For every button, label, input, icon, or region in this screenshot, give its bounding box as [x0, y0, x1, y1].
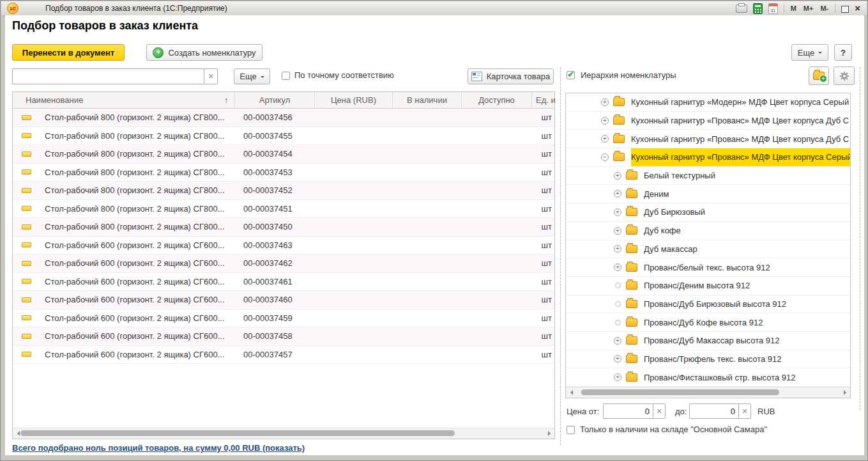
expand-icon[interactable]: +	[601, 135, 609, 143]
table-row[interactable]: Стол-рабочий 800 (горизонт. 2 ящика) СГ8…	[13, 127, 554, 146]
tree-item[interactable]: Прованс/Дуб Бирюзовый высота 912	[566, 295, 850, 314]
calendar-icon[interactable]: 31	[768, 3, 778, 14]
tree-item[interactable]: + Белый текстурный	[566, 167, 850, 185]
more-actions-button[interactable]: Еще	[791, 44, 828, 61]
tree-item-label[interactable]: Дуб Бирюзовый	[644, 203, 850, 221]
table-row[interactable]: Стол-рабочий 800 (горизонт. 2 ящика) СГ8…	[13, 182, 554, 200]
tree-item[interactable]: Прованс/Дуб Кофе высота 912	[566, 313, 850, 332]
price-to-input[interactable]	[689, 403, 738, 419]
only-in-stock-label[interactable]: Только в наличии на складе "Основной Сам…	[580, 425, 767, 434]
table-horizontal-scrollbar[interactable]	[13, 428, 554, 439]
create-group-button[interactable]	[809, 66, 829, 85]
close-window-button[interactable]: ×	[855, 4, 860, 13]
memory-plus-button[interactable]: М+	[803, 4, 814, 12]
search-input[interactable]	[12, 68, 204, 84]
calculator-icon[interactable]	[753, 3, 763, 14]
column-header-unit[interactable]: Ед. и	[531, 92, 556, 108]
tree-item-label[interactable]: Белый текстурный	[644, 167, 850, 185]
expand-icon[interactable]: +	[614, 337, 621, 345]
table-row[interactable]: Стол-рабочий 800 (горизонт. 2 ящика) СГ8…	[13, 164, 554, 182]
tree-item-label[interactable]: Прованс/Дуб Кофе высота 912	[644, 313, 850, 331]
expand-icon[interactable]	[615, 283, 621, 288]
hierarchy-label[interactable]: Иерархия номенклатуры	[581, 70, 676, 80]
scroll-right-arrow[interactable]	[544, 428, 554, 439]
expand-icon[interactable]: +	[614, 263, 621, 271]
expand-icon[interactable]: −	[601, 153, 609, 161]
scrollbar-thumb[interactable]	[20, 430, 455, 436]
right-splitter[interactable]	[860, 67, 860, 410]
tree-item-label[interactable]: Прованс/Трюфель текс. высота 912	[644, 350, 850, 368]
expand-icon[interactable]: +	[614, 172, 621, 180]
restore-window-button[interactable]	[841, 4, 849, 13]
table-row[interactable]: Стол-рабочий 800 (горизонт. 2 ящика) СГ8…	[13, 145, 554, 164]
table-row[interactable]: Стол-рабочий 600 (горизонт. 2 ящика) СГ6…	[13, 309, 554, 328]
exact-match-label[interactable]: По точному соответствию	[294, 70, 394, 80]
create-nomenclature-button[interactable]: Создать номенклатуру	[146, 44, 263, 61]
tree-item-label[interactable]: Кухонный гарнитур «Модерн» МДФ Цвет корп…	[631, 93, 850, 111]
clear-search-icon[interactable]: ✕	[204, 68, 218, 84]
clear-price-from-icon[interactable]: ✕	[653, 403, 666, 419]
memory-button[interactable]: М	[790, 4, 797, 12]
tree-item[interactable]: + Прованс/Трюфель текс. высота 912	[566, 350, 850, 369]
selection-summary-link[interactable]: Всего подобрано ноль позиций товаров, на…	[12, 443, 305, 453]
panel-splitter[interactable]	[560, 67, 561, 445]
tree-item-label[interactable]: Кухонный гарнитур «Прованс» МДФ Цвет кор…	[631, 112, 850, 130]
expand-icon[interactable]: +	[614, 208, 621, 216]
column-header-price[interactable]: Цена (RUB)	[314, 92, 392, 108]
help-button[interactable]: ?	[834, 44, 852, 61]
only-in-stock-checkbox[interactable]	[567, 426, 575, 434]
tree-item[interactable]: − Кухонный гарнитур «Прованс» МДФ Цвет к…	[566, 148, 850, 167]
expand-icon[interactable]	[615, 301, 621, 307]
exact-match-checkbox[interactable]	[282, 72, 290, 80]
column-header-in-stock[interactable]: В наличии	[392, 92, 461, 108]
expand-icon[interactable]	[615, 320, 621, 325]
expand-icon[interactable]: +	[614, 227, 621, 235]
expand-icon[interactable]: +	[614, 245, 621, 253]
expand-icon[interactable]: +	[614, 355, 621, 363]
table-row[interactable]: Стол-рабочий 600 (горизонт. 2 ящика) СГ6…	[13, 327, 554, 346]
table-row[interactable]: Стол-рабочий 600 (горизонт. 2 ящика) СГ6…	[13, 273, 554, 292]
tree-item-label[interactable]: Дуб макассар	[644, 240, 850, 258]
1c-logo-icon[interactable]: 1С	[7, 3, 19, 14]
scroll-right-arrow[interactable]	[840, 387, 850, 398]
tree-item-label[interactable]: Дуб кофе	[644, 222, 850, 240]
column-header-article[interactable]: Артикул	[234, 92, 314, 108]
column-header-name[interactable]: Наименование	[13, 92, 234, 108]
price-from-input[interactable]	[603, 403, 653, 419]
memory-minus-button[interactable]: М-	[819, 4, 829, 12]
product-card-button[interactable]: Карточка товара	[468, 68, 554, 84]
tree-item-label[interactable]: Прованс/Дуб Макассар высота 912	[644, 332, 850, 350]
scroll-left-arrow[interactable]	[566, 387, 576, 398]
tree-item[interactable]: + Кухонный гарнитур «Прованс» МДФ Цвет к…	[566, 112, 850, 130]
print-icon[interactable]	[736, 4, 747, 13]
tree-item[interactable]: + Прованс/Дуб Макассар высота 912	[566, 332, 850, 350]
expand-icon[interactable]: +	[614, 373, 621, 381]
tree-item-label[interactable]: Прованс/Фисташковый стр. высота 912	[644, 368, 850, 386]
table-row[interactable]: Стол-рабочий 600 (горизонт. 2 ящика) СГ6…	[13, 237, 554, 255]
tree-item-label[interactable]: Деним	[644, 185, 850, 203]
tree-item[interactable]: + Дуб макассар	[566, 240, 850, 259]
table-row[interactable]: Стол-рабочий 800 (горизонт. 2 ящика) СГ8…	[13, 218, 554, 237]
table-row[interactable]: Стол-рабочий 800 (горизонт. 2 ящика) СГ8…	[13, 200, 554, 219]
expand-icon[interactable]: +	[601, 98, 609, 106]
tree-item-label[interactable]: Кухонный гарнитур «Прованс» МДФ Цвет кор…	[631, 148, 850, 166]
tree-item-label[interactable]: Кухонный гарнитур «Прованс» МДФ Цвет кор…	[631, 130, 850, 148]
tree-item[interactable]: + Кухонный гарнитур «Модерн» МДФ Цвет ко…	[566, 93, 850, 112]
settings-button[interactable]	[834, 66, 855, 85]
tree-horizontal-scrollbar[interactable]	[566, 387, 850, 398]
table-row[interactable]: Стол-рабочий 600 (горизонт. 2 ящика) СГ6…	[13, 291, 554, 309]
table-row[interactable]: Стол-рабочий 600 (горизонт. 2 ящика) СГ6…	[13, 346, 554, 364]
expand-icon[interactable]: +	[614, 190, 621, 198]
tree-item[interactable]: + Кухонный гарнитур «Прованс» МДФ Цвет к…	[566, 130, 850, 148]
hierarchy-checkbox[interactable]	[567, 71, 575, 79]
tree-item-label[interactable]: Прованс/Дуб Бирюзовый высота 912	[644, 295, 850, 313]
tree-item[interactable]: + Дуб кофе	[566, 222, 850, 240]
tree-item[interactable]: + Прованс/белый текс. высота 912	[566, 258, 850, 277]
transfer-to-document-button[interactable]: Перенести в документ	[12, 44, 125, 61]
clear-price-to-icon[interactable]: ✕	[738, 403, 751, 419]
expand-icon[interactable]: +	[601, 117, 609, 125]
column-header-available[interactable]: Доступно	[461, 92, 531, 108]
tree-item[interactable]: + Деним	[566, 185, 850, 203]
tree-item[interactable]: Прованс/Деним высота 912	[566, 277, 850, 295]
scrollbar-thumb[interactable]	[581, 389, 779, 395]
